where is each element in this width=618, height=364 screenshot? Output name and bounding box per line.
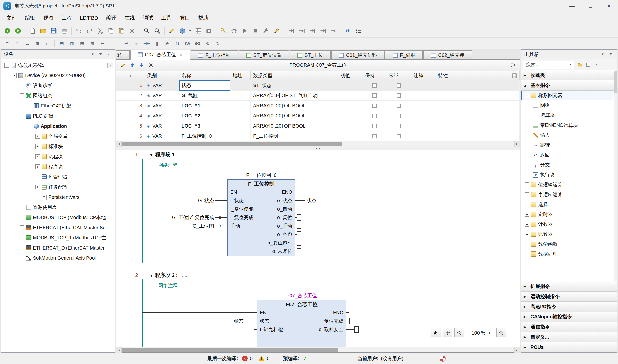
insert-reset-coil-button[interactable]: (R)	[192, 39, 202, 48]
panel-close-icon[interactable]: ×	[104, 51, 112, 58]
tree-expander[interactable]: +	[20, 225, 24, 230]
toolbox-collapse-button[interactable]	[592, 61, 601, 69]
input-variable[interactable]: G_工位[7].复位完成	[142, 214, 214, 221]
variable-row[interactable]: 1◈VAR状态ST_状态	[116, 80, 520, 91]
menu-item[interactable]: 文件	[2, 12, 21, 24]
tree-expander[interactable]: −	[4, 63, 9, 68]
device-tree-item[interactable]: +ETHERCAT (EtherCAT Master So	[1, 222, 115, 233]
output-assignment-slot[interactable]	[296, 223, 301, 229]
device-tree-item[interactable]: 资源使用表	[1, 202, 115, 212]
scroll-right-icon[interactable]: ►	[514, 347, 520, 353]
force-values-button[interactable]	[271, 26, 282, 36]
output-pin-label[interactable]: o_复位	[277, 214, 292, 221]
pin-icon[interactable]	[607, 51, 614, 58]
ladder-canvas[interactable]: 100 % ▼ 1▼程序段 1 :......网络注释F_工位控制_0F_工位控…	[116, 150, 520, 347]
toolbox-search-input[interactable]: 搜索... ▼	[523, 61, 575, 69]
toolbox-item[interactable]: ↵返回	[521, 150, 613, 160]
variable-constant-checkbox[interactable]	[397, 104, 401, 108]
toolbox-section-header[interactable]: ▶通信指令	[521, 322, 617, 332]
toggle-network-comment-button[interactable]: ⊘	[202, 39, 213, 48]
input-variable[interactable]: G_工位[7]	[142, 223, 214, 229]
save-project-button[interactable]	[48, 26, 59, 36]
device-tree-item[interactable]: −网络组态	[1, 91, 115, 101]
insert-set-coil-button[interactable]: (S)	[182, 39, 192, 48]
column-header-5[interactable]: 保持	[363, 71, 387, 80]
output-variable[interactable]: 状态	[307, 197, 316, 204]
editor-tab[interactable]: F_工位控制	[191, 51, 238, 60]
new-project-button[interactable]	[27, 26, 38, 36]
run-to-cursor-button[interactable]	[318, 26, 328, 36]
menu-item[interactable]: 工程	[57, 12, 76, 24]
undo-button[interactable]	[73, 26, 84, 36]
variable-name[interactable]: LOC_Y1	[179, 101, 230, 111]
column-header-1[interactable]: 名称	[179, 71, 230, 80]
insert-coil-button[interactable]: ( )	[172, 39, 182, 48]
scrollbar-thumb[interactable]	[122, 142, 342, 146]
output-assignment-slot[interactable]	[296, 206, 301, 212]
tree-expander[interactable]: +	[35, 185, 40, 189]
scrollbar-thumb[interactable]	[122, 348, 338, 352]
toolbox-item[interactable]: 网络	[521, 101, 613, 110]
menu-item[interactable]: LD/FBD	[76, 12, 102, 24]
output-pin-label[interactable]: ENO	[282, 189, 292, 195]
input-pin-label[interactable]: 手动	[230, 223, 240, 229]
variable-row[interactable]: 6◈VARF_工位控制_0F_工位控制	[116, 131, 520, 141]
logout-button[interactable]	[229, 26, 239, 36]
maximize-button[interactable]: □	[581, 0, 600, 12]
menu-item[interactable]: 编辑	[21, 12, 39, 24]
device-tree-item[interactable]: PersistentVars	[1, 192, 115, 202]
zoom-tool-button[interactable]	[454, 328, 464, 338]
toolbox-section-header[interactable]: ▶扩展指令	[521, 281, 617, 292]
collapse-triangle-icon[interactable]: ▼	[150, 274, 153, 277]
variable-row[interactable]: 3◈VARLOC_Y1ARRAY[0..20] OF BOOL	[116, 101, 520, 111]
align-right-button[interactable]: ▦	[77, 39, 87, 48]
insert-assignment-button[interactable]: ≔	[42, 39, 53, 48]
network-comment[interactable]: 网络注释	[158, 282, 178, 289]
column-chooser-button[interactable]	[511, 72, 518, 79]
step-into-button[interactable]	[296, 26, 307, 36]
toolbox-item[interactable]: +比较器	[521, 229, 613, 239]
tree-expander[interactable]: +	[525, 232, 529, 236]
variable-row[interactable]: 2◈VARG_气缸ARRAY[0..9] OF ST_气缸自动	[116, 91, 520, 101]
insert-return-button[interactable]: ↵	[121, 39, 132, 48]
input-pin-label[interactable]: EN	[230, 189, 237, 195]
device-tree-item[interactable]: +程序块	[1, 162, 115, 172]
insert-network-button[interactable]: ≣	[2, 39, 12, 48]
navigate-back-button[interactable]	[2, 26, 13, 36]
variable-constant-checkbox[interactable]	[397, 124, 401, 128]
select-tool-button[interactable]	[431, 328, 441, 338]
device-tree-item[interactable]: +全局变量	[1, 131, 115, 141]
panel-dropdown-icon[interactable]: ▼	[89, 51, 96, 58]
variable-name[interactable]: G_气缸	[179, 91, 230, 101]
scroll-left-icon[interactable]: ◄	[116, 141, 121, 147]
column-header-3[interactable]: 数据类型	[251, 71, 338, 80]
network-comment[interactable]: 网络注释	[158, 162, 178, 168]
network-title[interactable]: ▼程序段 1 :......	[150, 151, 190, 158]
network-comment-link[interactable]: ......	[182, 152, 190, 157]
delete-button[interactable]	[127, 26, 137, 36]
device-tree-item[interactable]: +标准块	[1, 141, 115, 151]
output-pin-label[interactable]: o_未复位	[272, 248, 292, 255]
tree-expander[interactable]: +	[525, 192, 529, 197]
input-variable[interactable]: 状态	[171, 318, 244, 325]
function-block[interactable]: F_工位控制ENENOi_状态o_状态i_复位使能o_自动i_复位完成o_复位手…	[228, 179, 295, 256]
toolbox-section-header[interactable]: ▶高速I/O指令	[521, 302, 617, 312]
device-tree-item[interactable]: MODBUS_TCP_1 (ModbusTCP主	[1, 233, 115, 243]
tree-expander[interactable]: +	[35, 134, 40, 139]
variable-persist-checkbox[interactable]	[372, 104, 377, 108]
toolbox-vertical-scrollbar[interactable]	[614, 70, 617, 281]
toolbox-section-header[interactable]: ▶CANopen轴控指令	[521, 312, 617, 322]
input-pin-label[interactable]: 状态	[260, 318, 269, 325]
block-instance-label[interactable]: P07_合芯工位	[257, 293, 346, 299]
editor-tab[interactable]: ST_定位位置	[239, 51, 289, 60]
toolbox-view-button[interactable]	[584, 61, 592, 69]
toolbox-item[interactable]: +定时器	[521, 209, 613, 219]
toolbox-section-header[interactable]: ▶收藏夹	[521, 70, 617, 80]
open-project-button[interactable]	[38, 26, 48, 36]
editor-tab[interactable]: F_伺服	[385, 51, 423, 60]
variable-name[interactable]: LOC_Y2	[179, 111, 230, 121]
copy-button[interactable]	[105, 26, 116, 36]
block-instance-label[interactable]: F_工位控制_0	[228, 172, 295, 179]
output-pin-label[interactable]: ENO	[333, 310, 343, 315]
input-pin-label[interactable]: i_状态	[230, 197, 244, 204]
